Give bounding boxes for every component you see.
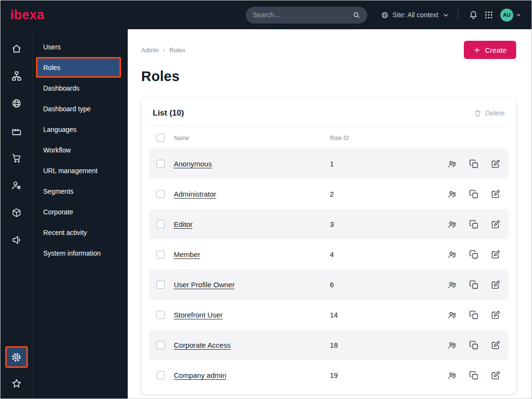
copy-icon xyxy=(469,280,479,290)
chevron-down-icon xyxy=(515,12,522,18)
row-actions xyxy=(438,280,501,290)
copy-button[interactable] xyxy=(469,189,479,200)
role-id-value: 2 xyxy=(330,190,438,198)
create-button-label: Create xyxy=(485,46,507,54)
role-name-link[interactable]: Administrator xyxy=(174,190,330,198)
sidebar-item-segments[interactable]: Segments xyxy=(33,181,128,201)
sidebar-item-dashboards[interactable]: Dashboards xyxy=(33,78,128,98)
global-search-input[interactable]: Search... xyxy=(246,7,367,23)
home-icon xyxy=(11,43,22,54)
rail-customers-button[interactable] xyxy=(7,176,26,195)
sidebar-menu: UsersRolesDashboardsDashboard typeLangua… xyxy=(33,29,128,399)
site-context-selector[interactable]: Site: All context xyxy=(381,11,450,19)
copy-icon xyxy=(469,220,479,229)
rail-marketing-button[interactable] xyxy=(7,230,26,249)
search-placeholder: Search... xyxy=(253,11,352,19)
rail-bookmarks-button[interactable] xyxy=(7,375,26,392)
sidebar-item-languages[interactable]: Languages xyxy=(33,119,128,140)
row-checkbox[interactable] xyxy=(157,250,165,258)
edit-button[interactable] xyxy=(490,189,501,200)
star-icon xyxy=(11,378,22,389)
role-name-link[interactable]: User Profile Owner xyxy=(174,281,330,289)
ibexa-logo[interactable]: ibexa xyxy=(10,9,45,22)
sidebar-item-system-information[interactable]: System information xyxy=(33,243,128,263)
column-header-name: Name xyxy=(174,135,330,141)
topbar-right: Site: All context AU xyxy=(381,7,522,23)
copy-button[interactable] xyxy=(469,310,479,320)
role-name-link[interactable]: Company admin xyxy=(174,371,330,379)
rail-site-button[interactable] xyxy=(7,94,26,113)
edit-button[interactable] xyxy=(490,340,501,351)
assign-users-icon xyxy=(447,189,457,199)
rail-admin-button[interactable] xyxy=(5,346,28,368)
rail-catalog-button[interactable] xyxy=(7,203,26,222)
role-name-link[interactable]: Editor xyxy=(174,220,330,228)
chevron-down-icon xyxy=(442,11,450,19)
role-name-link[interactable]: Corporate Access xyxy=(174,341,330,349)
assign-users-button[interactable] xyxy=(447,370,458,381)
edit-button[interactable] xyxy=(490,280,501,290)
assign-users-button[interactable] xyxy=(447,310,458,320)
user-menu[interactable]: AU xyxy=(500,9,522,22)
plus-icon xyxy=(473,47,481,54)
breadcrumb-admin[interactable]: Admin xyxy=(141,47,159,54)
copy-button[interactable] xyxy=(469,249,479,260)
apps-grid-icon xyxy=(484,10,494,20)
assign-users-button[interactable] xyxy=(447,219,458,230)
role-name-link[interactable]: Anonymous xyxy=(174,160,330,168)
table-header-row: Name Role ID xyxy=(149,126,508,149)
rail-commerce-button[interactable] xyxy=(7,148,26,167)
sidebar-item-roles[interactable]: Roles xyxy=(36,57,121,78)
edit-button[interactable] xyxy=(490,219,501,230)
sidebar-item-workflow[interactable]: Workflow xyxy=(33,140,128,160)
create-button[interactable]: Create xyxy=(464,41,516,59)
copy-button[interactable] xyxy=(469,280,479,290)
row-checkbox[interactable] xyxy=(157,281,165,289)
copy-button[interactable] xyxy=(469,159,479,169)
edit-button[interactable] xyxy=(490,159,501,169)
assign-users-button[interactable] xyxy=(447,159,458,169)
edit-icon xyxy=(491,340,500,350)
sidebar-item-url-management[interactable]: URL management xyxy=(33,160,128,181)
copy-icon xyxy=(469,371,479,380)
row-checkbox[interactable] xyxy=(157,371,165,379)
select-all-checkbox[interactable] xyxy=(157,134,165,142)
copy-button[interactable] xyxy=(469,370,479,381)
copy-button[interactable] xyxy=(469,219,479,230)
edit-button[interactable] xyxy=(490,249,501,260)
row-actions xyxy=(438,189,501,200)
assign-users-icon xyxy=(447,310,457,320)
sidebar-item-recent-activity[interactable]: Recent activity xyxy=(33,222,128,243)
apps-grid-button[interactable] xyxy=(481,7,496,23)
edit-button[interactable] xyxy=(490,370,501,381)
row-checkbox[interactable] xyxy=(157,190,165,198)
copy-button[interactable] xyxy=(469,340,479,351)
assign-users-button[interactable] xyxy=(447,280,458,290)
sidebar-item-dashboard-type[interactable]: Dashboard type xyxy=(33,98,128,119)
table-row: Storefront User 14 xyxy=(149,300,508,330)
notifications-button[interactable] xyxy=(466,7,481,23)
trash-icon xyxy=(474,109,482,117)
delete-button[interactable]: Delete xyxy=(474,109,505,117)
assign-users-button[interactable] xyxy=(447,189,458,200)
edit-icon xyxy=(491,280,500,290)
row-checkbox[interactable] xyxy=(157,311,165,319)
row-checkbox[interactable] xyxy=(157,160,165,168)
edit-button[interactable] xyxy=(490,310,501,320)
globe-icon xyxy=(11,98,22,109)
row-checkbox[interactable] xyxy=(157,220,165,228)
role-name-link[interactable]: Member xyxy=(174,250,330,258)
rail-content-tree-button[interactable] xyxy=(7,66,26,85)
row-checkbox[interactable] xyxy=(157,341,165,349)
sidebar-item-users[interactable]: Users xyxy=(33,36,128,57)
rail-production-button[interactable] xyxy=(7,121,26,140)
edit-icon xyxy=(491,189,500,199)
role-name-link[interactable]: Storefront User xyxy=(174,311,330,319)
table-row: Editor 3 xyxy=(149,209,508,239)
assign-users-button[interactable] xyxy=(447,249,458,260)
site-context-label: Site: All context xyxy=(392,11,438,19)
table-row: Member 4 xyxy=(149,239,508,270)
sidebar-item-corporate[interactable]: Corporate xyxy=(33,201,128,222)
assign-users-button[interactable] xyxy=(447,340,458,351)
rail-home-button[interactable] xyxy=(7,39,26,58)
